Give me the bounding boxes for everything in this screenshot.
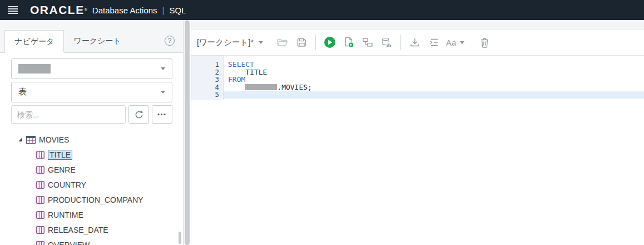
navigator-panel: ナビゲータワークシート? 表 (0, 20, 184, 245)
code-line-4[interactable]: .MOVIES; (224, 84, 644, 91)
redacted-schema-name (245, 84, 277, 90)
tree-item-label: PRODUCTION_COMPANY (48, 195, 143, 204)
chevron-down-icon (259, 41, 263, 44)
redacted-schema-value (18, 64, 51, 74)
app-name: SQL (170, 6, 186, 15)
worksheet-selector[interactable]: [ワークシート]* (197, 37, 263, 48)
run-icon (324, 36, 336, 48)
tab-worksheet[interactable]: ワークシート (64, 30, 130, 52)
tree-item-label: RUNTIME (48, 210, 83, 219)
tree-item-label: GENRE (48, 165, 76, 174)
tree-item-label: RELEASE_DATE (48, 226, 108, 234)
worksheet-title: [ワークシート]* (197, 37, 254, 48)
tree-item-label: OVERVIEW (48, 241, 90, 245)
code-line-1[interactable]: SELECT (224, 61, 644, 68)
navigator-tree: MOVIESTITLEGENRECOUNTRYPRODUCTION_COMPAN… (0, 132, 183, 245)
refresh-icon (134, 110, 144, 120)
panel-splitter[interactable] (184, 20, 191, 245)
navigator-controls: 表 ••• (0, 53, 183, 124)
column-icon (36, 211, 44, 219)
oracle-logo: ORACLE (30, 3, 85, 17)
top-bar: ORACLE ® Database Actions | SQL (0, 0, 644, 20)
tree-item-genre[interactable]: GENRE (0, 162, 183, 177)
line-number: 5 (191, 91, 223, 99)
title-separator: | (162, 6, 165, 15)
folder-open-icon (277, 38, 288, 47)
sql-text (228, 83, 245, 91)
toolbar-separator (315, 35, 316, 50)
tree-item-label: COUNTRY (48, 180, 86, 189)
run-script-icon (344, 37, 354, 48)
autotrace-button[interactable] (379, 35, 394, 50)
tree-item-country[interactable]: COUNTRY (0, 177, 183, 192)
explain-plan-button[interactable] (360, 35, 375, 50)
save-button[interactable] (294, 35, 309, 50)
column-icon (36, 166, 44, 174)
line-number: 3 (191, 76, 223, 84)
search-row: ••• (11, 105, 172, 124)
autotrace-icon (382, 37, 392, 47)
line-number: 4 (191, 84, 223, 91)
tab-navigator[interactable]: ナビゲータ (4, 30, 64, 53)
column-icon (36, 196, 44, 204)
format-indent-icon (429, 38, 439, 47)
font-size-label: Aa (446, 38, 456, 47)
chevron-down-icon (161, 67, 165, 70)
clear-worksheet-button[interactable] (477, 35, 492, 50)
toolbar-separator (400, 35, 401, 50)
worksheet-toolbar: [ワークシート]* (191, 30, 644, 56)
download-button[interactable] (408, 35, 423, 50)
editor-code[interactable]: SELECT TITLEFROM .MOVIES; (224, 56, 644, 245)
tree-item-production_company[interactable]: PRODUCTION_COMPANY (0, 192, 183, 207)
hamburger-menu-icon[interactable] (8, 6, 18, 14)
tree-item-movies[interactable]: MOVIES (0, 132, 183, 147)
more-options-button[interactable]: ••• (152, 105, 172, 124)
object-type-value: 表 (18, 87, 27, 97)
column-icon (36, 226, 44, 234)
search-input[interactable] (11, 105, 126, 124)
download-icon (410, 37, 420, 47)
save-icon (297, 38, 306, 47)
registered-trademark: ® (85, 6, 87, 14)
line-number: 2 (191, 68, 223, 76)
worksheet-panel: [ワークシート]* (191, 20, 644, 245)
tree-item-title[interactable]: TITLE (0, 147, 183, 162)
tree-item-overview[interactable]: OVERVIEW (0, 237, 183, 245)
expand-toggle-icon[interactable] (18, 138, 22, 141)
format-button[interactable] (427, 35, 442, 50)
font-settings-button[interactable]: Aa (446, 38, 464, 47)
editor-gutter: 12345 (191, 56, 224, 100)
tree-item-label: MOVIES (39, 135, 69, 144)
ellipsis-icon: ••• (157, 111, 167, 117)
chevron-down-icon (460, 41, 464, 44)
product-name: Database Actions (92, 6, 157, 15)
column-icon (36, 151, 44, 159)
trash-icon (480, 37, 489, 48)
refresh-button[interactable] (128, 105, 149, 124)
sidebar-tabs: ナビゲータワークシート? (0, 20, 183, 53)
run-statement-button[interactable] (323, 35, 338, 50)
line-number: 1 (191, 61, 223, 68)
sql-text: .MOVIES; (277, 83, 312, 91)
open-worksheet-button[interactable] (275, 35, 290, 50)
tree-item-release_date[interactable]: RELEASE_DATE (0, 222, 183, 237)
schema-select[interactable] (11, 58, 172, 79)
code-line-5[interactable] (224, 91, 644, 99)
sql-editor[interactable]: 12345 SELECT TITLEFROM .MOVIES; (191, 56, 644, 245)
chevron-down-icon (161, 91, 165, 94)
code-line-3[interactable]: FROM (224, 76, 644, 84)
main-area: ナビゲータワークシート? 表 (0, 20, 644, 245)
splitter-handle[interactable] (185, 20, 190, 245)
column-icon (36, 241, 44, 245)
explain-plan-icon (363, 38, 373, 47)
object-type-select[interactable]: 表 (11, 82, 172, 102)
run-script-button[interactable] (341, 35, 356, 50)
sidebar-scrollbar[interactable] (179, 232, 181, 244)
help-icon[interactable]: ? (165, 36, 175, 46)
tree-item-runtime[interactable]: RUNTIME (0, 207, 183, 222)
table-icon (26, 136, 36, 144)
worksheet-top-strip (191, 20, 644, 30)
tree-item-label: TITLE (48, 150, 72, 160)
code-line-2[interactable]: TITLE (224, 68, 644, 76)
column-icon (36, 181, 44, 189)
